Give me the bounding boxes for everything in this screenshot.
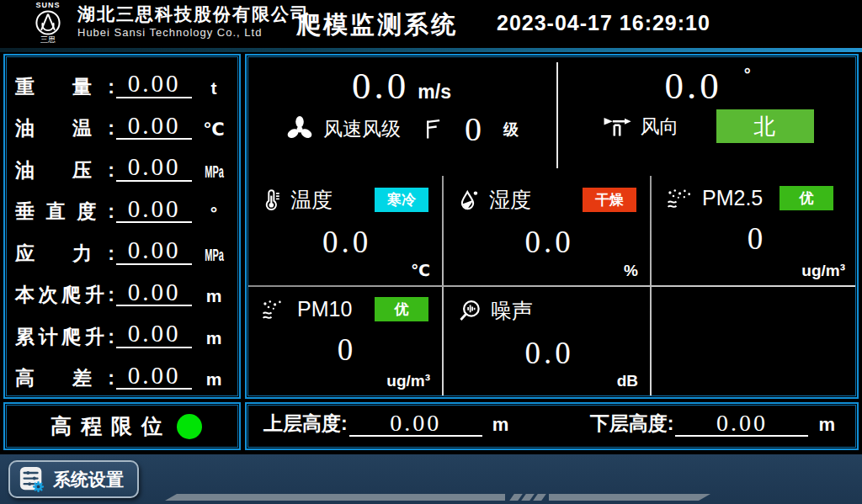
header-underline-bar [0,48,862,52]
humidity-tile: 湿度 干燥 0.0 % [444,176,650,285]
wind-speed-value: 0.0 [352,65,409,107]
wind-level-value: 0 [465,109,482,149]
pm25-label: PM2.5 [702,186,763,210]
wind-speed-section: 0.0m/s 风速风级 0 级 [247,56,556,175]
header: SUNS 三思 湖北三思科技股份有限公司 Hubei Sansi Technol… [0,0,862,48]
lower-height-label: 下层高度: [590,411,674,442]
humidity-value: 0.0 [457,224,641,260]
noise-header: 噪声 [457,297,641,325]
temperature-label: 温度 [290,186,333,214]
wind-speed-label: 风速风级 [323,116,401,142]
environment-panel: 0.0m/s 风速风级 0 级 0.0° [245,54,859,399]
upper-height-group: 上层高度: 0.00 m [263,411,508,442]
verticality-value: 0.00 [116,196,192,223]
height-diff-unit: m [197,369,231,394]
wind-direction-section: 0.0° 风向 北 [558,56,857,175]
wind-direction-value: 0.0 [664,65,721,107]
temperature-status-badge: 寒冷 [375,188,428,212]
current-climb-label: 本次爬升: [15,282,114,310]
lower-height-unit: m [818,414,835,442]
particles-icon [665,187,694,210]
fan-icon [285,114,315,145]
verticality-unit: ° [197,203,231,227]
elevation-limit-indicator [177,414,202,439]
humidity-unit: % [624,262,638,280]
wind-speed-reading: 0.0m/s [247,64,556,108]
screen: SUNS 三思 湖北三思科技股份有限公司 Hubei Sansi Technol… [0,0,862,504]
pm10-value: 0 [260,332,434,368]
wind-level-unit: 级 [503,119,519,140]
weight-unit: t [197,78,231,103]
noise-value: 0.0 [457,335,641,371]
current-climb-value: 0.00 [116,279,192,306]
wind-direction-badge: 北 [716,109,814,143]
sensor-readout-panel: 重 量: 0.00 t 油 温: 0.00 ℃ 油 压: 0.00 MPa 垂直… [3,54,241,399]
pm10-tile: PM10 优 0 ug/m³ [247,287,442,395]
elevation-limit-box: 高程限位 [3,402,241,450]
footer-decor-slash [533,494,546,501]
noise-meter-icon [457,299,482,324]
wind-direction-row: 风向 北 [558,109,857,143]
company-name-cn: 湖北三思科技股份有限公司 [77,3,310,25]
row-stress: 应 力: 0.00 MPa [15,227,231,269]
footer-decor-stripe [549,494,710,501]
elevation-limit-label: 高程限位 [42,412,172,440]
temperature-value: 0.0 [260,224,434,260]
upper-height-unit: m [492,414,509,442]
company-name: 湖北三思科技股份有限公司 Hubei Sansi Technology Co.,… [77,3,310,40]
row-verticality: 垂直度: 0.00 ° [15,186,231,228]
company-logo: SUNS 三思 [22,1,74,47]
wind-direction-unit: ° [744,65,751,83]
pm10-label: PM10 [297,297,352,321]
verticality-label: 垂直度: [15,199,114,227]
humidity-label: 湿度 [489,186,531,214]
height-diff-value: 0.00 [116,363,192,390]
particles-icon [260,298,289,321]
row-oil-pressure: 油 压: 0.00 MPa [15,144,231,186]
noise-label: 噪声 [491,297,533,325]
company-name-en: Hubei Sansi Technology Co., Ltd [77,25,310,40]
thermometer-icon [260,188,282,213]
lower-height-group: 下层高度: 0.00 m [590,411,835,442]
weight-value: 0.00 [116,71,192,98]
footer-bar: 系统设置 [0,454,862,504]
temperature-header: 温度 寒冷 [260,186,434,214]
humidity-status-badge: 干燥 [583,188,636,212]
wind-vane-icon [602,113,632,140]
row-weight: 重 量: 0.00 t [15,61,231,103]
sansi-logo-icon [34,9,62,36]
total-climb-value: 0.00 [116,321,192,347]
logo-suns-text: SUNS [22,1,74,9]
layer-heights-box: 上层高度: 0.00 m 下层高度: 0.00 m [245,402,859,450]
datetime-display: 2023-04-17 16:29:10 [497,11,710,35]
oil-pressure-value: 0.00 [116,154,192,181]
current-climb-unit: m [197,286,231,310]
pm10-status-badge: 优 [375,297,428,321]
page-title: 爬模监测系统 [296,8,458,42]
oil-pressure-label: 油 压: [15,157,114,186]
wind-level-row: 风速风级 0 级 [247,109,556,149]
footer-decor-stripe [165,494,505,501]
pm25-status-badge: 优 [780,186,833,210]
pm25-tile: PM2.5 优 0 ug/m³ [652,176,857,285]
total-climb-label: 累计爬升: [15,324,114,353]
pm25-unit: ug/m³ [801,262,845,280]
stress-value: 0.00 [116,237,192,264]
settings-sliders-icon [19,466,45,493]
system-settings-button[interactable]: 系统设置 [8,460,139,498]
lower-height-value: 0.00 [675,411,808,437]
row-total-climb: 累计爬升: 0.00 m [15,310,231,353]
height-diff-label: 高 差: [15,365,114,394]
temperature-tile: 温度 寒冷 0.0 ℃ [247,176,442,285]
temperature-unit: ℃ [411,261,430,280]
weight-label: 重 量: [15,74,114,103]
stress-label: 应 力: [15,241,114,269]
pm25-header: PM2.5 优 [665,186,849,210]
humidity-header: 湿度 干燥 [457,186,641,214]
stress-unit: MPa [197,245,231,269]
oil-temp-value: 0.00 [116,113,192,140]
wind-direction-reading: 0.0° [558,64,857,108]
wind-direction-label: 风向 [641,114,679,140]
pm10-unit: ug/m³ [386,372,430,390]
total-climb-unit: m [197,328,231,353]
